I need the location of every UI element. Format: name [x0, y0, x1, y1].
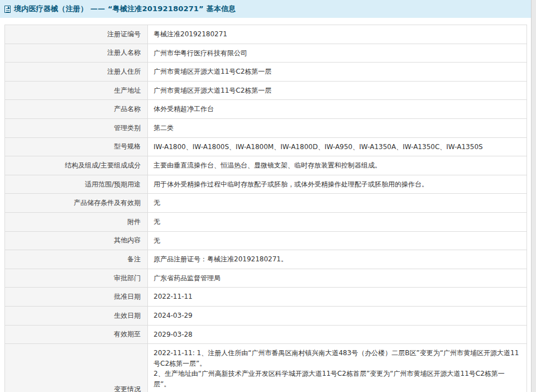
row-value: 无: [148, 212, 527, 231]
row-label: 备注: [5, 250, 148, 269]
row-value: 2022-11-11: [148, 288, 527, 307]
row-value: 主要由垂直流操作台、恒温热台、显微镜支架、临时存放装置和控制器组成。: [148, 156, 527, 175]
row-value: 2029-03-28: [148, 325, 527, 344]
title-prefix: 境内医疗器械（注册） ——: [14, 4, 105, 13]
row-value: 用于体外受精操作过程中临时存放配子或胚胎，或体外受精操作处理配子或胚胎用的操作台…: [148, 175, 527, 194]
row-value: 体外受精超净工作台: [148, 100, 527, 119]
table-row: 注册人名称广州市华粤行医疗科技有限公司: [5, 44, 527, 63]
table-row: 管理类别第二类: [5, 118, 527, 137]
table-row: 注册人住所广州市黄埔区开源大道11号C2栋第一层: [5, 63, 527, 82]
page: 境内医疗器械（注册） —— “粤械注准20192180271” 基本信息 注册证…: [0, 0, 532, 392]
table-row: 生效日期2024-03-29: [5, 306, 527, 325]
row-label: 审批部门: [5, 269, 148, 288]
row-value: 原产品注册证号：粤械注准20192180271。: [148, 250, 527, 269]
row-value: 广东省药品监督管理局: [148, 269, 527, 288]
row-label: 结构及组成/主要组成成分: [5, 156, 148, 175]
row-label: 适用范围/预期用途: [5, 175, 148, 194]
row-label: 生产地址: [5, 81, 148, 100]
row-label: 其他内容: [5, 231, 148, 250]
row-value: 第二类: [148, 118, 527, 137]
row-value: 2024-03-29: [148, 306, 527, 325]
row-label: 管理类别: [5, 118, 148, 137]
row-label: 产品名称: [5, 100, 148, 119]
table-row: 变更情况2022-11-11: 1、注册人住所由“广州市番禺区南村镇兴南大道48…: [5, 344, 527, 392]
row-value: IW-A1800、IW-A1800S、IW-A1800M、IW-A1800D、I…: [148, 137, 527, 156]
row-label: 产品储存条件及有效期: [5, 194, 148, 213]
table-row: 型号规格IW-A1800、IW-A1800S、IW-A1800M、IW-A180…: [5, 137, 527, 156]
row-label: 生效日期: [5, 306, 148, 325]
title-cert-number: “粤械注准20192180271”: [108, 4, 204, 13]
table-row: 有效期至2029-03-28: [5, 325, 527, 344]
table-row: 备注原产品注册证号：粤械注准20192180271。: [5, 250, 527, 269]
row-label: 变更情况: [5, 344, 148, 392]
title-suffix: 基本信息: [207, 4, 236, 13]
table-row: 附件无: [5, 212, 527, 231]
row-value: 粤械注准20192180271: [148, 25, 527, 44]
table-row: 生产地址广州市黄埔区开源大道11号C2栋第一层: [5, 81, 527, 100]
table-row: 结构及组成/主要组成成分主要由垂直流操作台、恒温热台、显微镜支架、临时存放装置和…: [5, 156, 527, 175]
row-label: 注册证编号: [5, 25, 148, 44]
table-row: 产品名称体外受精超净工作台: [5, 100, 527, 119]
row-value: 广州市华粤行医疗科技有限公司: [148, 44, 527, 63]
row-value: 无: [148, 194, 527, 213]
table-row: 注册证编号粤械注准20192180271: [5, 25, 527, 44]
page-title: 境内医疗器械（注册） —— “粤械注准20192180271” 基本信息: [14, 4, 236, 14]
row-label: 有效期至: [5, 325, 148, 344]
row-label: 附件: [5, 212, 148, 231]
document-icon: [4, 6, 11, 13]
table-row: 审批部门广东省药品监督管理局: [5, 269, 527, 288]
row-label: 型号规格: [5, 137, 148, 156]
row-value: 广州市黄埔区开源大道11号C2栋第一层: [148, 81, 527, 100]
registration-info-table: 注册证编号粤械注准20192180271注册人名称广州市华粤行医疗科技有限公司注…: [4, 25, 527, 392]
table-row: 批准日期2022-11-11: [5, 288, 527, 307]
table-row: 其他内容无: [5, 231, 527, 250]
row-label: 注册人住所: [5, 63, 148, 82]
row-label: 注册人名称: [5, 44, 148, 63]
row-value: 广州市黄埔区开源大道11号C2栋第一层: [148, 63, 527, 82]
row-value: 2022-11-11: 1、注册人住所由“广州市番禺区南村镇兴南大道483号（办…: [148, 344, 527, 392]
table-row: 适用范围/预期用途用于体外受精操作过程中临时存放配子或胚胎，或体外受精操作处理配…: [5, 175, 527, 194]
row-value: 无: [148, 231, 527, 250]
page-header: 境内医疗器械（注册） —— “粤械注准20192180271” 基本信息: [0, 0, 531, 18]
table-row: 产品储存条件及有效期无: [5, 194, 527, 213]
row-label: 批准日期: [5, 288, 148, 307]
